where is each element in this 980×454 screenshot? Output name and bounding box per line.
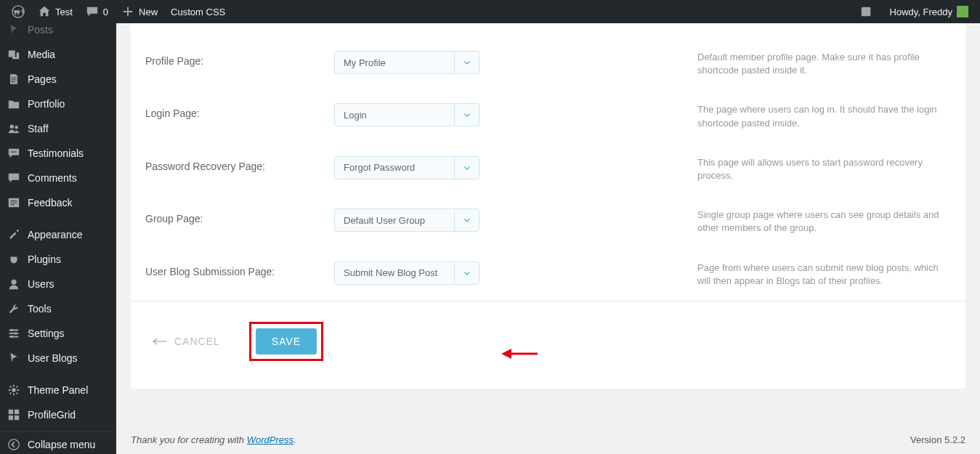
select-user-blog-submission[interactable]: Submit New Blog Post — [334, 262, 479, 285]
row-password-recovery: Password Recovery Page: Forgot Password … — [131, 143, 965, 195]
avatar — [957, 6, 968, 17]
label-profile-page: Profile Page: — [145, 51, 334, 67]
site-link[interactable]: Test — [32, 0, 78, 23]
sidebar-item-appearance[interactable]: Appearance — [0, 222, 116, 247]
row-login-page: Login Page: Login The page where users c… — [131, 90, 965, 142]
sidebar-item-testimonials[interactable]: Testimonials — [0, 141, 116, 166]
wordpress-link[interactable]: WordPress — [247, 434, 293, 445]
svg-rect-14 — [15, 410, 19, 414]
label-user-blog-submission: User Blog Submission Page: — [145, 262, 334, 277]
svg-point-8 — [11, 280, 16, 285]
help-group-page: Single group page where users can see gr… — [668, 208, 951, 235]
sidebar-item-staff[interactable]: Staff — [0, 116, 116, 141]
svg-point-4 — [11, 151, 12, 153]
chevron-down-icon — [454, 262, 479, 284]
admin-footer: Thank you for creating with WordPress. V… — [131, 425, 965, 454]
svg-point-12 — [12, 388, 15, 392]
sidebar-item-portfolio[interactable]: Portfolio — [0, 92, 116, 116]
sidebar-item-posts[interactable]: Posts — [0, 23, 116, 42]
svg-point-9 — [11, 329, 14, 332]
svg-rect-1 — [861, 7, 870, 17]
svg-point-17 — [9, 439, 19, 450]
label-password-recovery: Password Recovery Page: — [145, 156, 334, 172]
row-group-page: Group Page: Default User Group Single gr… — [131, 195, 965, 248]
sidebar-item-users[interactable]: Users — [0, 272, 116, 296]
separator — [0, 215, 116, 222]
admin-sidebar: Posts Media Pages Portfolio Staff Testim… — [0, 23, 116, 454]
sidebar-item-feedback[interactable]: Feedback — [0, 190, 116, 215]
help-login-page: The page where users can log in. It shou… — [668, 103, 951, 129]
svg-point-10 — [15, 332, 17, 335]
sidebar-item-settings[interactable]: Settings — [0, 321, 116, 346]
svg-point-2 — [10, 125, 14, 129]
row-profile-page: Profile Page: My Profile Default member … — [131, 38, 965, 90]
sidebar-item-media[interactable]: Media — [0, 42, 116, 67]
row-user-blog-submission: User Blog Submission Page: Submit New Bl… — [131, 248, 965, 301]
svg-point-3 — [15, 126, 18, 129]
label-login-page: Login Page: — [145, 103, 334, 119]
help-password-recovery: This page will allows users to start pas… — [668, 156, 951, 182]
howdy-link[interactable]: Howdy, Freddy — [884, 0, 974, 23]
form-actions: CANCEL SAVE — [131, 301, 965, 389]
cancel-button[interactable]: CANCEL — [153, 336, 220, 347]
svg-rect-15 — [9, 416, 13, 420]
admin-bar: Test 0 New Custom CSS Howdy, Freddy — [0, 0, 980, 23]
svg-point-11 — [11, 336, 14, 339]
chevron-down-icon — [454, 104, 479, 126]
new-link[interactable]: New — [116, 0, 163, 23]
notification-icon[interactable] — [854, 0, 878, 23]
sidebar-item-theme-panel[interactable]: Theme Panel — [0, 378, 116, 402]
select-group-page[interactable]: Default User Group — [334, 208, 479, 232]
select-login-page[interactable]: Login — [334, 103, 479, 126]
chevron-down-icon — [454, 52, 479, 73]
svg-rect-16 — [15, 416, 19, 420]
help-profile-page: Default member profile page. Make sure i… — [668, 51, 951, 77]
save-highlight: SAVE — [249, 322, 323, 361]
svg-point-5 — [13, 151, 15, 153]
new-label: New — [139, 7, 158, 17]
custom-css-link[interactable]: Custom CSS — [165, 0, 231, 23]
comments-count: 0 — [103, 7, 108, 17]
sidebar-item-user-blogs[interactable]: User Blogs — [0, 346, 116, 370]
chevron-down-icon — [454, 157, 479, 179]
version-text: Version 5.2.2 — [910, 434, 965, 445]
annotation-arrow — [501, 343, 538, 367]
help-user-blog-submission: Page from where users can submit new blo… — [668, 262, 951, 288]
comments-link[interactable]: 0 — [80, 0, 114, 23]
save-button[interactable]: SAVE — [256, 328, 317, 354]
sidebar-item-plugins[interactable]: Plugins — [0, 247, 116, 272]
sidebar-item-pages[interactable]: Pages — [0, 67, 116, 92]
sidebar-item-tools[interactable]: Tools — [0, 296, 116, 321]
sidebar-item-profilegrid[interactable]: ProfileGrid — [0, 402, 116, 427]
select-password-recovery[interactable]: Forgot Password — [334, 156, 479, 179]
separator — [0, 370, 116, 378]
main-content: Profile Page: My Profile Default member … — [116, 23, 980, 454]
svg-point-6 — [15, 151, 17, 153]
footer-thanks: Thank you for creating with WordPress. — [131, 434, 296, 445]
site-name: Test — [55, 7, 73, 17]
collapse-menu[interactable]: Collapse menu — [0, 431, 116, 454]
select-profile-page[interactable]: My Profile — [334, 51, 479, 74]
svg-rect-13 — [9, 410, 13, 414]
chevron-down-icon — [454, 209, 479, 231]
label-group-page: Group Page: — [145, 208, 334, 224]
sidebar-item-comments[interactable]: Comments — [0, 166, 116, 190]
wp-logo[interactable] — [6, 0, 31, 23]
settings-panel: Profile Page: My Profile Default member … — [131, 23, 965, 389]
